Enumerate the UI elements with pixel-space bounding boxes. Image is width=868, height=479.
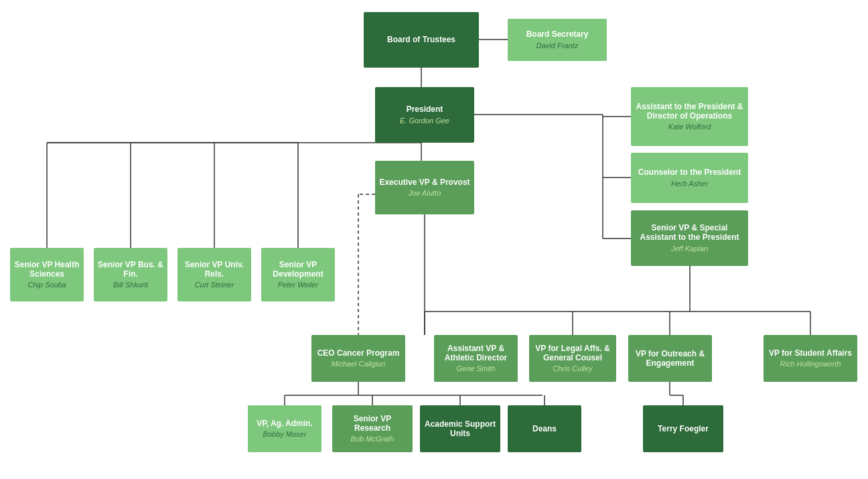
node-title-counselor: Counselor to the President — [638, 167, 741, 177]
node-name-svp_dev: Peter Weiler — [278, 281, 318, 289]
node-name-exec_vp: Joe Alutto — [409, 189, 441, 198]
node-ceo_cancer: CEO Cancer ProgramMichael Caligiuri — [311, 335, 405, 382]
node-name-president: E. Gordon Gee — [400, 117, 449, 125]
node-name-asst_to_president: Kate Wolford — [668, 123, 711, 131]
org-chart: Board of TrusteesBoard SecretaryDavid Fr… — [0, 0, 868, 479]
node-exec_vp: Executive VP & ProvostJoe Alutto — [375, 161, 474, 214]
node-name-board_secretary: David Frantz — [536, 42, 578, 50]
node-svp_health: Senior VP Health SciencesChip Souba — [10, 248, 84, 301]
node-svp_dev: Senior VP DevelopmentPeter Weiler — [261, 248, 335, 301]
node-name-svp_research: Bob McGrath — [351, 435, 394, 443]
node-counselor: Counselor to the PresidentHerb Asher — [631, 153, 748, 203]
node-vp_outreach: VP for Outreach & Engagement — [628, 335, 712, 382]
node-title-deans: Deans — [532, 424, 557, 433]
node-title-asst_vp_athletic: Assistant VP & Athletic Director — [437, 344, 514, 363]
node-title-asst_to_president: Assistant to the President & Director of… — [634, 102, 745, 121]
node-svp_univ: Senior VP Univ. Rels.Curt Steiner — [177, 248, 251, 301]
node-name-vp_student: Rich Hollingsworth — [780, 360, 841, 368]
node-vp_ag: VP, Ag. Admin.Bobby Moser — [248, 405, 321, 452]
node-svp_bus: Senior VP Bus. & Fin.Bill Shkurti — [94, 248, 167, 301]
node-name-counselor: Herb Asher — [671, 180, 708, 188]
node-title-senior_vp_special: Senior VP & Special Assistant to the Pre… — [634, 223, 745, 243]
node-deans: Deans — [508, 405, 581, 452]
node-asst_to_president: Assistant to the President & Director of… — [631, 87, 748, 146]
node-title-svp_health: Senior VP Health Sciences — [13, 260, 80, 279]
node-name-ceo_cancer: Michael Caligiuri — [332, 360, 386, 368]
node-title-academic_support: Academic Support Units — [423, 419, 497, 439]
node-title-vp_student: VP for Student Affairs — [769, 348, 852, 358]
node-title-vp_outreach: VP for Outreach & Engagement — [632, 349, 709, 368]
node-name-svp_bus: Bill Shkurti — [113, 281, 148, 289]
node-title-president: President — [407, 105, 443, 114]
node-title-svp_bus: Senior VP Bus. & Fin. — [97, 260, 164, 279]
node-title-svp_dev: Senior VP Development — [265, 260, 332, 279]
node-name-vp_ag: Bobby Moser — [263, 430, 307, 439]
node-name-svp_univ: Curt Steiner — [195, 281, 234, 289]
node-board_of_trustees: Board of Trustees — [364, 12, 479, 68]
node-title-vp_ag: VP, Ag. Admin. — [257, 419, 313, 428]
node-title-terry_foegler: Terry Foegler — [658, 424, 709, 433]
node-title-svp_univ: Senior VP Univ. Rels. — [181, 260, 248, 279]
node-name-svp_health: Chip Souba — [27, 281, 66, 289]
node-vp_student: VP for Student AffairsRich Hollingsworth — [764, 335, 857, 382]
node-title-board_of_trustees: Board of Trustees — [387, 35, 455, 44]
node-title-vp_legal: VP for Legal Affs. & General Cousel — [532, 344, 613, 363]
node-title-ceo_cancer: CEO Cancer Program — [317, 348, 400, 358]
node-name-asst_vp_athletic: Gene Smith — [456, 364, 495, 373]
node-svp_research: Senior VP ResearchBob McGrath — [332, 405, 413, 452]
node-senior_vp_special: Senior VP & Special Assistant to the Pre… — [631, 210, 748, 266]
node-board_secretary: Board SecretaryDavid Frantz — [508, 19, 607, 61]
node-academic_support: Academic Support Units — [420, 405, 500, 452]
node-terry_foegler: Terry Foegler — [643, 405, 723, 452]
node-name-vp_legal: Chris Culley — [553, 364, 592, 373]
node-name-senior_vp_special: Jeff Kaplan — [671, 245, 708, 253]
node-vp_legal: VP for Legal Affs. & General CouselChris… — [529, 335, 616, 382]
node-title-board_secretary: Board Secretary — [526, 29, 589, 39]
node-president: PresidentE. Gordon Gee — [375, 87, 474, 143]
node-title-svp_research: Senior VP Research — [336, 414, 409, 433]
node-title-exec_vp: Executive VP & Provost — [379, 178, 469, 187]
node-asst_vp_athletic: Assistant VP & Athletic DirectorGene Smi… — [434, 335, 518, 382]
